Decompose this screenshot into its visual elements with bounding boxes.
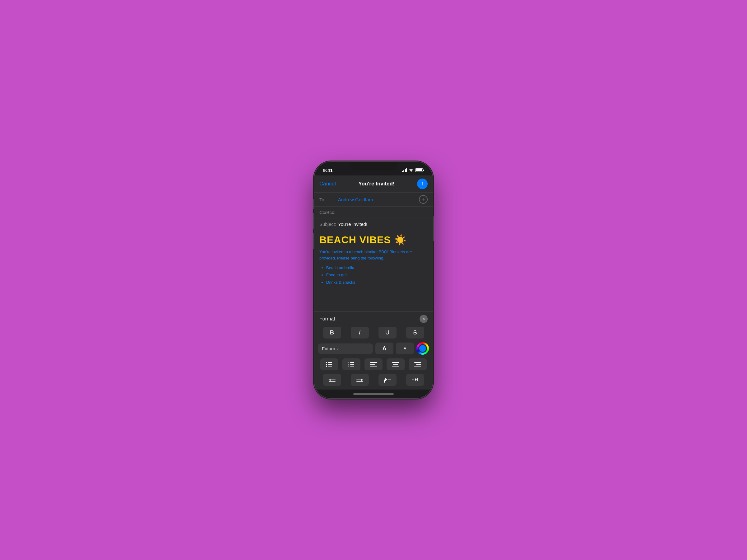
font-row: Futura › A A (314, 341, 433, 356)
svg-rect-15 (392, 362, 399, 363)
svg-rect-26 (356, 379, 361, 380)
unordered-list-button[interactable] (320, 358, 338, 370)
svg-rect-34 (417, 378, 418, 381)
expand-right-button[interactable] (406, 374, 424, 386)
list-item: Food to grill (326, 271, 428, 278)
svg-rect-9 (350, 364, 354, 365)
bullet-list: Beach umbrella Food to grill Drinks & sn… (319, 264, 428, 286)
phone-frame: 9:41 Cancel (314, 162, 433, 398)
collapse-left-button[interactable] (379, 374, 396, 386)
strikethrough-button[interactable]: S (406, 327, 424, 339)
svg-point-4 (326, 366, 327, 367)
home-bar (353, 393, 394, 395)
svg-rect-7 (350, 362, 354, 363)
format-panel-header: Format × (314, 312, 433, 325)
power-button[interactable] (433, 216, 434, 241)
indent-row (314, 373, 433, 387)
volume-up-button[interactable] (313, 213, 314, 229)
svg-rect-11 (350, 366, 354, 367)
svg-point-2 (326, 364, 327, 365)
format-close-button[interactable]: × (419, 315, 428, 323)
phone-screen: 9:41 Cancel (314, 162, 433, 398)
svg-marker-27 (361, 379, 363, 381)
svg-rect-21 (329, 378, 336, 378)
cancel-button[interactable]: Cancel (319, 181, 336, 187)
align-center-button[interactable] (387, 358, 405, 370)
mute-button[interactable] (313, 199, 314, 209)
subject-field-row: Subject: You're Invited! (314, 218, 433, 230)
svg-rect-1 (328, 362, 332, 363)
svg-rect-23 (331, 379, 336, 380)
home-indicator (314, 390, 433, 398)
to-label: To: (319, 197, 338, 202)
svg-rect-32 (412, 379, 414, 380)
svg-rect-31 (388, 379, 391, 380)
email-body-text: You're invited to a beach blanket BBQ! B… (319, 249, 428, 261)
svg-rect-3 (328, 364, 332, 365)
svg-rect-14 (370, 366, 377, 367)
status-icons (402, 168, 424, 172)
subject-label: Subject: (319, 221, 338, 227)
color-wheel-button[interactable] (416, 342, 429, 355)
svg-rect-18 (414, 362, 421, 363)
bold-button[interactable]: B (323, 327, 341, 339)
battery-icon (415, 168, 424, 172)
text-style-row: B I U S (314, 325, 433, 340)
color-swatch (418, 344, 427, 353)
email-compose-header: Cancel You're Invited! ↑ (314, 176, 433, 193)
svg-rect-29 (384, 379, 385, 383)
email-body[interactable]: BEACH VIBES ☀️ You're invited to a beach… (314, 230, 433, 312)
svg-text:3.: 3. (348, 365, 349, 367)
list-alignment-row: 1. 2. 3. (314, 357, 433, 371)
svg-rect-19 (416, 364, 421, 365)
svg-rect-13 (370, 364, 375, 365)
italic-button[interactable]: I (351, 327, 369, 339)
cc-label: Cc/Bcc: (319, 210, 338, 215)
font-chevron-icon: › (337, 346, 339, 351)
svg-rect-12 (370, 362, 377, 363)
decrease-indent-button[interactable] (323, 374, 341, 386)
font-name-button[interactable]: Futura › (318, 344, 373, 354)
svg-rect-24 (329, 381, 336, 382)
close-icon: × (422, 316, 425, 321)
email-fields: To: Andrew Goldfarb + Cc/Bcc: Subject: Y… (314, 193, 433, 230)
svg-rect-17 (392, 366, 399, 367)
compose-title: You're Invited! (358, 181, 394, 187)
svg-rect-5 (328, 366, 332, 367)
align-right-button[interactable] (409, 358, 427, 370)
svg-rect-20 (414, 366, 421, 367)
svg-point-0 (326, 362, 327, 363)
svg-rect-16 (393, 364, 398, 365)
send-arrow-icon: ↑ (421, 181, 423, 186)
add-recipient-button[interactable]: + (419, 195, 428, 204)
send-button[interactable]: ↑ (417, 179, 428, 189)
notch (350, 162, 397, 170)
to-field-row: To: Andrew Goldfarb + (314, 193, 433, 207)
font-size-large-button[interactable]: A (376, 343, 393, 354)
font-size-small-label: A (404, 346, 406, 351)
font-size-small-button[interactable]: A (396, 343, 414, 354)
status-time: 9:41 (323, 168, 333, 173)
font-size-large-label: A (383, 345, 387, 352)
font-name-label: Futura (322, 346, 335, 351)
to-value[interactable]: Andrew Goldfarb (338, 197, 419, 202)
ordered-list-button[interactable]: 1. 2. 3. (342, 358, 360, 370)
svg-rect-28 (356, 381, 363, 382)
signal-icon (402, 168, 407, 172)
format-title: Format (319, 316, 335, 322)
svg-marker-30 (385, 378, 387, 381)
cc-field-row: Cc/Bcc: (314, 207, 433, 218)
svg-marker-22 (329, 379, 331, 381)
svg-rect-25 (356, 378, 363, 378)
list-item: Beach umbrella (326, 264, 428, 271)
volume-down-button[interactable] (313, 233, 314, 249)
align-left-button[interactable] (364, 358, 383, 370)
svg-marker-33 (415, 378, 417, 381)
wifi-icon (409, 168, 414, 172)
increase-indent-button[interactable] (351, 374, 369, 386)
list-item: Drinks & snacks (326, 279, 428, 286)
subject-value[interactable]: You're Invited! (338, 221, 428, 227)
format-panel: Format × B I U S Futura › A (314, 312, 433, 390)
underline-button[interactable]: U (379, 327, 396, 339)
email-heading: BEACH VIBES ☀️ (319, 234, 428, 246)
